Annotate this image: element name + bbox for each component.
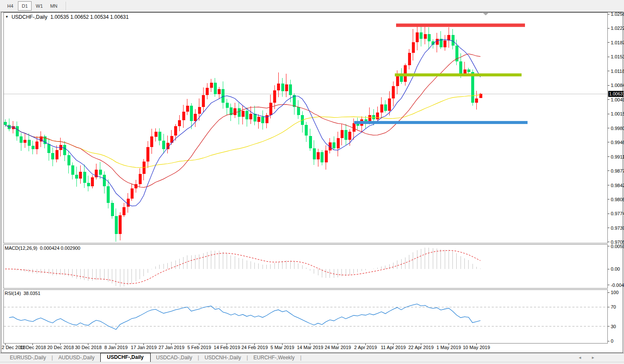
rsi-line — [9, 304, 480, 329]
macd-axis-label: 0.00 — [611, 266, 620, 272]
price-axis-label: 1.00490 — [611, 97, 624, 102]
date-axis-label: 1 May 2019 — [437, 345, 461, 350]
price-axis-label: 1.00150 — [611, 111, 624, 116]
date-axis-label: 5 Feb 2019 — [187, 345, 211, 350]
symbol-dropdown-icon[interactable]: ▼ — [5, 15, 9, 19]
resistance-line-red[interactable] — [396, 23, 525, 27]
tab-usdcnh-daily[interactable]: USDCNH-,Daily — [199, 354, 246, 362]
scroll-left-icon[interactable]: ◄ — [578, 355, 582, 360]
price-axis-label: 0.97390 — [611, 225, 624, 231]
date-axis-label: 22 Apr 2019 — [408, 345, 434, 350]
rsi-name: RSI(14) — [5, 291, 21, 296]
candlesticks — [4, 25, 482, 242]
date-axis-label: 24 Mar 2019 — [325, 345, 351, 350]
macd-values: 0.000424 0.002900 — [40, 246, 80, 251]
price-axis-label: 0.99110 — [611, 154, 624, 159]
date-axis-label: 11 Apr 2019 — [381, 345, 406, 350]
tab-eurchf-weekly[interactable]: EURCHF-,Weekly — [248, 354, 300, 362]
price-axis-label: 0.99800 — [611, 126, 624, 131]
rsi-value: 38.0351 — [23, 291, 41, 296]
pane-frames — [1, 12, 623, 353]
scroll-right-icon[interactable]: ► — [591, 355, 595, 360]
date-axis-label: 27 Jan 2019 — [158, 345, 184, 350]
tab-separator: | — [300, 355, 301, 362]
macd-indicator: 0.005970.00-0.00424 — [5, 244, 624, 288]
chart-title: ▼ USDCHF-,Daily 1.00535 1.00652 1.00534 … — [5, 14, 128, 20]
status-bar — [0, 362, 624, 364]
date-axis: 2 Dec 201811 Dec 201820 Dec 201830 Dec 2… — [2, 344, 490, 350]
date-axis-label: 10 May 2019 — [463, 345, 490, 350]
price-axis-label: 0.99460 — [611, 140, 624, 145]
date-axis-label: 17 Jan 2019 — [131, 345, 157, 350]
shift-marker — [482, 12, 489, 15]
date-axis-label: 5 Mar 2019 — [271, 345, 295, 350]
tab-scroll-controls: ◄ ► — [578, 355, 595, 360]
rsi-indicator: 10070300 — [4, 290, 618, 344]
macd-indicator-label: MACD(12,26,9) 0.000424 0.002900 — [5, 246, 80, 251]
price-axis-label: 0.97740 — [611, 211, 624, 216]
macd-axis-label: -0.00424 — [611, 283, 624, 288]
price-axis-label: 1.02560 — [611, 12, 624, 17]
rsi-axis-label: 70 — [611, 304, 616, 309]
tab-usdchf-daily[interactable]: USDCHF-,Daily — [100, 353, 151, 362]
date-axis-label: 11 Dec 2018 — [20, 345, 46, 350]
rsi-axis-label: 30 — [611, 324, 616, 329]
date-axis-label: 14 Feb 2019 — [214, 345, 240, 350]
price-axis-label: 0.98420 — [611, 183, 624, 188]
date-axis-label: 24 Feb 2019 — [242, 345, 268, 350]
date-axis-label: 2 Apr 2019 — [354, 345, 377, 350]
date-axis-label: 20 Dec 2018 — [47, 345, 74, 350]
price-axis-label: 1.01180 — [611, 69, 624, 74]
date-axis-label: 30 Dec 2018 — [75, 345, 102, 350]
date-axis-label: 8 Jan 2019 — [105, 345, 128, 350]
support-line-blue[interactable] — [354, 121, 528, 124]
rsi-axis-label: 0 — [611, 338, 613, 344]
chart-tabs: EURUSD-,Daily|AUDUSD-,DailyUSDCHF-,Daily… — [4, 353, 301, 362]
rsi-axis-label: 100 — [611, 290, 618, 295]
rsi-indicator-label: RSI(14) 38.0351 — [5, 291, 41, 296]
tab-eurusd-daily[interactable]: EURUSD-,Daily — [4, 354, 52, 362]
broken-support-line-olive[interactable] — [395, 73, 522, 76]
price-axis-label: 0.98080 — [611, 197, 624, 202]
price-axis-label: 1.00840 — [611, 83, 624, 88]
macd-name: MACD(12,26,9) — [5, 246, 37, 251]
price-axis: 1.025601.022201.018701.015301.011801.008… — [608, 12, 624, 245]
price-axis-label: 0.98770 — [611, 168, 624, 173]
current-price-tag-text: 1.00631 — [609, 91, 624, 96]
chart-tab-bar: EURUSD-,Daily|AUDUSD-,DailyUSDCHF-,Daily… — [0, 353, 624, 362]
chart-ohlc-values: 1.00535 1.00652 1.00534 1.00631 — [50, 14, 129, 20]
chart-shift-marker-icon — [482, 12, 489, 15]
chart-symbol-label: USDCHF-,Daily — [12, 14, 47, 20]
date-axis-label: 14 Mar 2019 — [297, 345, 324, 350]
price-axis-label: 1.01530 — [611, 54, 624, 59]
price-axis-label: 1.01870 — [611, 40, 624, 45]
tab-usdcad-daily[interactable]: USDCAD-,Daily — [151, 354, 198, 362]
price-chart-canvas[interactable]: 1.025601.022201.018701.015301.011801.008… — [0, 0, 624, 364]
tab-audusd-daily[interactable]: AUDUSD-,Daily — [53, 354, 100, 362]
price-axis-label: 1.02220 — [611, 26, 624, 31]
macd-axis-label: 0.00597 — [611, 244, 624, 249]
